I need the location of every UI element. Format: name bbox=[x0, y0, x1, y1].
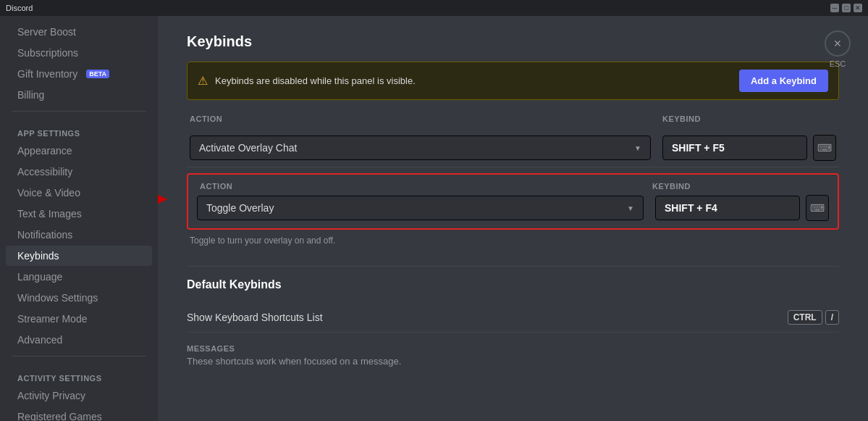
esc-circle[interactable]: ✕ bbox=[825, 30, 851, 57]
action-dropdown-activate[interactable]: Activate Overlay Chat ▼ bbox=[190, 136, 651, 160]
highlighted-headers: ACTION KEYBIND bbox=[197, 182, 829, 191]
sidebar-item-label: Voice & Video bbox=[17, 187, 80, 199]
maximize-button[interactable]: □ bbox=[842, 4, 851, 12]
sidebar-item-label: Language bbox=[17, 271, 62, 283]
close-button[interactable]: ✕ bbox=[854, 4, 862, 12]
sidebar: Server Boost Subscriptions Gift Inventor… bbox=[0, 16, 158, 421]
messages-section: MESSAGES These shortcuts work when focus… bbox=[187, 333, 839, 367]
sidebar-item-label: Gift Inventory bbox=[17, 68, 77, 80]
sidebar-item-subscriptions[interactable]: Subscriptions bbox=[6, 43, 152, 63]
ctrl-key: CTRL bbox=[788, 310, 822, 325]
sidebar-item-label: Server Boost bbox=[17, 26, 76, 38]
keybind-keys: CTRL / bbox=[788, 310, 839, 325]
keybind-value-activate: SHIFT + F5 bbox=[662, 136, 807, 160]
sidebar-item-label: Subscriptions bbox=[17, 47, 78, 59]
section-divider bbox=[187, 266, 839, 267]
keybind-field-wrap-toggle: SHIFT + F4 ⌨ bbox=[655, 195, 829, 221]
sidebar-item-activity-privacy[interactable]: Activity Privacy bbox=[6, 385, 152, 406]
sidebar-item-label: Activity Privacy bbox=[17, 390, 85, 401]
action-dropdown-value: Toggle Overlay bbox=[206, 202, 274, 214]
warning-banner: ⚠ Keybinds are disabled while this panel… bbox=[187, 62, 839, 100]
sidebar-item-label: Billing bbox=[17, 89, 44, 101]
highlighted-keybind-header: KEYBIND bbox=[652, 182, 826, 191]
sidebar-group-app-settings: APP SETTINGS Appearance Accessibility Vo… bbox=[0, 117, 158, 350]
sidebar-item-appearance[interactable]: Appearance bbox=[6, 141, 152, 161]
beta-badge: BETA bbox=[86, 70, 109, 78]
messages-desc: These shortcuts work when focused on a m… bbox=[187, 356, 839, 367]
sidebar-item-keybinds[interactable]: Keybinds bbox=[6, 246, 152, 266]
sidebar-item-billing[interactable]: Billing bbox=[6, 85, 152, 105]
highlighted-keybind-row: ACTION KEYBIND Toggle Overlay ▼ SHIFT + … bbox=[187, 173, 839, 230]
titlebar: Discord ─ □ ✕ bbox=[0, 0, 868, 16]
esc-button[interactable]: ✕ ESC bbox=[825, 30, 851, 68]
sidebar-divider bbox=[12, 111, 146, 112]
warning-icon: ⚠ bbox=[198, 74, 208, 88]
page-title: Keybinds bbox=[187, 33, 839, 50]
sidebar-item-voice-video[interactable]: Voice & Video bbox=[6, 183, 152, 203]
toggle-description: Toggle to turn your overlay on and off. bbox=[187, 233, 839, 254]
sidebar-item-windows-settings[interactable]: Windows Settings bbox=[6, 288, 152, 308]
sidebar-item-registered-games[interactable]: Registered Games bbox=[6, 407, 152, 421]
sidebar-item-label: Accessibility bbox=[17, 166, 72, 178]
highlighted-action-header: ACTION bbox=[200, 182, 641, 191]
default-keybind-row-shortcuts: Show Keyboard Shortcuts List CTRL / bbox=[187, 303, 839, 333]
window-controls[interactable]: ─ □ ✕ bbox=[830, 4, 862, 12]
sidebar-group-billing: Server Boost Subscriptions Gift Inventor… bbox=[0, 22, 158, 105]
app-settings-label: APP SETTINGS bbox=[0, 117, 158, 141]
sidebar-item-label: Text & Images bbox=[17, 208, 82, 220]
chevron-down-icon: ▼ bbox=[634, 144, 641, 152]
sidebar-group-activity-settings: ACTIVITY SETTINGS Activity Privacy Regis… bbox=[0, 362, 158, 421]
keybind-edit-button-toggle[interactable]: ⌨ bbox=[806, 195, 829, 221]
sidebar-item-gift-inventory[interactable]: Gift Inventory BETA bbox=[6, 64, 152, 84]
content-area: ✕ ESC Keybinds ⚠ Keybinds are disabled w… bbox=[158, 16, 868, 421]
sidebar-divider-2 bbox=[12, 356, 146, 357]
default-keybinds-title: Default Keybinds bbox=[187, 278, 839, 291]
sidebar-item-language[interactable]: Language bbox=[6, 267, 152, 287]
sidebar-item-notifications[interactable]: Notifications bbox=[6, 225, 152, 245]
chevron-down-icon: ▼ bbox=[627, 204, 634, 212]
keybind-row-toggle-overlay: Toggle Overlay ▼ SHIFT + F4 ⌨ bbox=[197, 195, 829, 221]
sidebar-item-accessibility[interactable]: Accessibility bbox=[6, 162, 152, 182]
app-title: Discord bbox=[6, 4, 33, 12]
keybind-field-wrap-activate: SHIFT + F5 ⌨ bbox=[662, 135, 836, 161]
keybind-row-activate-overlay: Activate Overlay Chat ▼ SHIFT + F5 ⌨ bbox=[187, 129, 839, 167]
sidebar-item-label: Notifications bbox=[17, 229, 72, 241]
slash-key: / bbox=[825, 310, 839, 325]
keybind-value-toggle: SHIFT + F4 bbox=[655, 196, 800, 220]
keybind-headers: ACTION KEYBIND bbox=[187, 114, 839, 123]
minimize-button[interactable]: ─ bbox=[830, 4, 839, 12]
keybind-column-header: KEYBIND bbox=[662, 114, 836, 123]
warning-text: Keybinds are disabled while this panel i… bbox=[215, 75, 732, 86]
default-keybind-label: Show Keyboard Shortcuts List bbox=[187, 312, 323, 323]
sidebar-item-label: Windows Settings bbox=[17, 292, 98, 304]
action-column-header: ACTION bbox=[190, 114, 651, 123]
sidebar-item-server-boost[interactable]: Server Boost bbox=[6, 22, 152, 42]
activity-settings-label: ACTIVITY SETTINGS bbox=[0, 362, 158, 385]
sidebar-item-text-images[interactable]: Text & Images bbox=[6, 204, 152, 224]
sidebar-item-label: Registered Games bbox=[17, 411, 102, 421]
red-arrow: ➤ bbox=[158, 185, 169, 212]
action-dropdown-toggle[interactable]: Toggle Overlay ▼ bbox=[197, 196, 644, 220]
messages-label: MESSAGES bbox=[187, 344, 839, 353]
add-keybind-button[interactable]: Add a Keybind bbox=[739, 70, 828, 92]
sidebar-item-advanced[interactable]: Advanced bbox=[6, 330, 152, 350]
sidebar-item-label: Advanced bbox=[17, 334, 62, 346]
action-dropdown-value: Activate Overlay Chat bbox=[199, 142, 297, 154]
sidebar-item-streamer-mode[interactable]: Streamer Mode bbox=[6, 309, 152, 329]
sidebar-item-label: Appearance bbox=[17, 145, 72, 157]
sidebar-item-label: Keybinds bbox=[17, 250, 59, 262]
sidebar-item-label: Streamer Mode bbox=[17, 313, 87, 325]
keybind-edit-button-activate[interactable]: ⌨ bbox=[813, 135, 836, 161]
esc-label: ESC bbox=[830, 59, 846, 68]
